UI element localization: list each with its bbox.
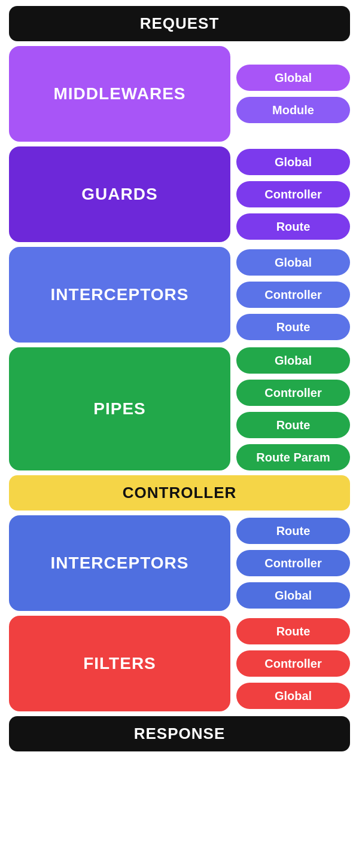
filters-box: FILTERS xyxy=(9,616,230,711)
guards-route-tag: Route xyxy=(236,213,350,240)
filters-global-tag: Global xyxy=(236,683,350,709)
filters-route-tag: Route xyxy=(236,618,350,644)
pipes-controller-tag: Controller xyxy=(236,380,350,406)
guards-controller-tag: Controller xyxy=(236,181,350,207)
middlewares-global-tag: Global xyxy=(236,65,350,91)
pipes-tags: Global Controller Route Route Param xyxy=(236,347,350,470)
interceptors-controller-tag: Controller xyxy=(236,282,350,308)
interceptors2-controller-tag: Controller xyxy=(236,550,350,576)
interceptors2-tags: Route Controller Global xyxy=(236,515,350,611)
interceptors-global-tag: Global xyxy=(236,249,350,276)
pipes-section: PIPES Global Controller Route Route Para… xyxy=(9,347,350,470)
interceptors2-section: INTERCEPTORS Route Controller Global xyxy=(9,515,350,611)
pipes-route-tag: Route xyxy=(236,412,350,438)
middlewares-box: MIDDLEWARES xyxy=(9,46,230,142)
filters-section: FILTERS Route Controller Global xyxy=(9,616,350,711)
interceptors-tags: Global Controller Route xyxy=(236,247,350,343)
filters-tags: Route Controller Global xyxy=(236,616,350,711)
pipes-route-param-tag: Route Param xyxy=(236,444,350,470)
guards-tags: Global Controller Route xyxy=(236,146,350,242)
guards-box: GUARDS xyxy=(9,146,230,242)
response-bar: RESPONSE xyxy=(9,716,350,751)
middlewares-module-tag: Module xyxy=(236,97,350,123)
pipes-global-tag: Global xyxy=(236,347,350,374)
request-bar: REQUEST xyxy=(9,6,350,41)
guards-global-tag: Global xyxy=(236,149,350,175)
middlewares-section: MIDDLEWARES Global Module xyxy=(9,46,350,142)
controller-bar: CONTROLLER xyxy=(9,475,350,511)
filters-controller-tag: Controller xyxy=(236,650,350,677)
interceptors-route-tag: Route xyxy=(236,314,350,340)
interceptors-box: INTERCEPTORS xyxy=(9,247,230,343)
interceptors-section: INTERCEPTORS Global Controller Route xyxy=(9,247,350,343)
interceptors2-global-tag: Global xyxy=(236,582,350,609)
pipes-box: PIPES xyxy=(9,347,230,470)
middlewares-tags: Global Module xyxy=(236,46,350,142)
guards-section: GUARDS Global Controller Route xyxy=(9,146,350,242)
interceptors2-route-tag: Route xyxy=(236,518,350,544)
interceptors2-box: INTERCEPTORS xyxy=(9,515,230,611)
